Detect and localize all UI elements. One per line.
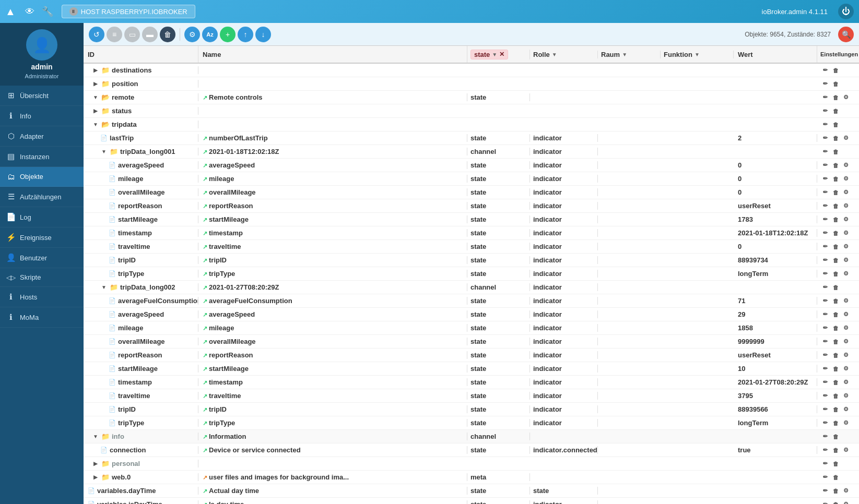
- edit-button[interactable]: ✏: [820, 93, 830, 102]
- edit-button[interactable]: ✏: [820, 337, 830, 346]
- edit-button[interactable]: ✏: [820, 242, 830, 251]
- upload-button[interactable]: ↑: [238, 27, 253, 42]
- search-button[interactable]: 🔍: [838, 27, 854, 42]
- settings-row-button[interactable]: ⚙: [841, 310, 851, 319]
- expand-button[interactable]: ▼: [92, 94, 99, 101]
- settings-row-button[interactable]: ⚙: [841, 269, 851, 279]
- download-button[interactable]: ↓: [255, 27, 271, 42]
- delete-row-button[interactable]: 🗑: [831, 486, 840, 496]
- sidebar-item-ubersicht[interactable]: ⊞ Übersicht: [0, 86, 84, 106]
- delete-row-button[interactable]: 🗑: [831, 459, 840, 469]
- col-header-funktion[interactable]: Funktion ▼: [661, 51, 734, 58]
- delete-row-button[interactable]: 🗑: [831, 283, 840, 292]
- delete-row-button[interactable]: 🗑: [831, 215, 840, 224]
- expand-button[interactable]: ▼: [92, 121, 99, 128]
- edit-button[interactable]: ✏: [820, 296, 830, 306]
- settings-row-button[interactable]: ⚙: [841, 500, 851, 505]
- edit-button[interactable]: ✏: [820, 188, 830, 197]
- delete-row-button[interactable]: 🗑: [831, 229, 840, 238]
- delete-row-button[interactable]: 🗑: [831, 79, 840, 89]
- edit-button[interactable]: ✏: [820, 147, 830, 157]
- edit-button[interactable]: ✏: [820, 229, 830, 238]
- delete-row-button[interactable]: 🗑: [831, 66, 840, 75]
- edit-button[interactable]: ✏: [820, 174, 830, 184]
- expand-button[interactable]: ▶: [92, 474, 99, 481]
- col-header-raum[interactable]: Raum ▼: [598, 51, 661, 58]
- edit-button[interactable]: ✏: [820, 283, 830, 292]
- sidebar-item-moma[interactable]: ℹ MoMa: [0, 307, 84, 328]
- settings-row-button[interactable]: ⚙: [841, 296, 851, 306]
- delete-row-button[interactable]: 🗑: [831, 93, 840, 102]
- state-filter-remove[interactable]: ✕: [499, 51, 504, 58]
- edit-button[interactable]: ✏: [820, 79, 830, 89]
- delete-row-button[interactable]: 🗑: [831, 174, 840, 184]
- delete-row-button[interactable]: 🗑: [831, 147, 840, 157]
- expand-button[interactable]: ▶: [92, 107, 99, 115]
- add-button[interactable]: +: [220, 27, 236, 42]
- delete-row-button[interactable]: 🗑: [831, 188, 840, 197]
- edit-button[interactable]: ✏: [820, 405, 830, 414]
- expand-button[interactable]: ▼: [92, 433, 99, 440]
- settings-row-button[interactable]: ⚙: [841, 391, 851, 401]
- settings-row-button[interactable]: ⚙: [841, 486, 851, 496]
- col-header-einstellungen[interactable]: Einstellungen ▼: [817, 51, 859, 57]
- edit-button[interactable]: ✏: [820, 459, 830, 469]
- delete-row-button[interactable]: 🗑: [831, 364, 840, 374]
- edit-button[interactable]: ✏: [820, 66, 830, 75]
- edit-button[interactable]: ✏: [820, 323, 830, 333]
- delete-row-button[interactable]: 🗑: [831, 269, 840, 279]
- delete-row-button[interactable]: 🗑: [831, 256, 840, 265]
- settings-row-button[interactable]: ⚙: [841, 201, 851, 211]
- expand-button[interactable]: ▼: [100, 148, 108, 155]
- settings-row-button[interactable]: ⚙: [841, 174, 851, 184]
- wrench-icon[interactable]: 🔧: [42, 6, 53, 17]
- folder-close-button[interactable]: ▬: [142, 27, 158, 42]
- expand-button[interactable]: ▶: [92, 67, 99, 74]
- col-header-state[interactable]: state ▼ ✕: [467, 50, 530, 59]
- edit-button[interactable]: ✏: [820, 269, 830, 279]
- col-header-rolle[interactable]: Rolle ▼: [530, 51, 598, 58]
- delete-row-button[interactable]: 🗑: [831, 405, 840, 414]
- edit-button[interactable]: ✏: [820, 473, 830, 482]
- edit-button[interactable]: ✏: [820, 161, 830, 170]
- settings-row-button[interactable]: ⚙: [841, 242, 851, 251]
- delete-row-button[interactable]: 🗑: [831, 351, 840, 360]
- edit-button[interactable]: ✏: [820, 391, 830, 401]
- power-button[interactable]: ⏻: [838, 4, 854, 19]
- sidebar-item-benutzer[interactable]: 👤 Benutzer: [0, 248, 84, 268]
- expand-button[interactable]: ▶: [92, 80, 99, 88]
- custom1-button[interactable]: ⚙: [184, 27, 200, 42]
- sidebar-item-instanzen[interactable]: ▤ Instanzen: [0, 147, 84, 167]
- settings-row-button[interactable]: ⚙: [841, 405, 851, 414]
- sidebar-item-skripte[interactable]: ◁▷ Skripte: [0, 268, 84, 287]
- settings-row-button[interactable]: ⚙: [841, 215, 851, 224]
- edit-button[interactable]: ✏: [820, 201, 830, 211]
- settings-row-button[interactable]: ⚙: [841, 229, 851, 238]
- host-button[interactable]: ⏸ HOST RASPBERRYPI.IOBROKER: [62, 5, 195, 18]
- edit-button[interactable]: ✏: [820, 215, 830, 224]
- edit-button[interactable]: ✏: [820, 351, 830, 360]
- custom2-button[interactable]: Az: [202, 27, 218, 42]
- sidebar-item-info[interactable]: ℹ Info: [0, 106, 84, 126]
- sidebar-item-hosts[interactable]: ℹ Hosts: [0, 287, 84, 307]
- settings-row-button[interactable]: ⚙: [841, 134, 851, 143]
- settings-row-button[interactable]: ⚙: [841, 446, 851, 455]
- delete-row-button[interactable]: 🗑: [831, 418, 840, 428]
- edit-button[interactable]: ✏: [820, 378, 830, 387]
- eye-icon[interactable]: 👁: [25, 6, 34, 17]
- delete-row-button[interactable]: 🗑: [831, 161, 840, 170]
- delete-row-button[interactable]: 🗑: [831, 473, 840, 482]
- expand-button[interactable]: ▶: [92, 460, 99, 467]
- delete-row-button[interactable]: 🗑: [831, 310, 840, 319]
- delete-row-button[interactable]: 🗑: [831, 432, 840, 441]
- delete-row-button[interactable]: 🗑: [831, 378, 840, 387]
- delete-row-button[interactable]: 🗑: [831, 391, 840, 401]
- delete-row-button[interactable]: 🗑: [831, 323, 840, 333]
- settings-row-button[interactable]: ⚙: [841, 378, 851, 387]
- settings-row-button[interactable]: ⚙: [841, 93, 851, 102]
- settings-row-button[interactable]: ⚙: [841, 323, 851, 333]
- settings-row-button[interactable]: ⚙: [841, 256, 851, 265]
- delete-row-button[interactable]: 🗑: [831, 120, 840, 129]
- delete-button[interactable]: 🗑: [160, 27, 175, 42]
- rolle-dropdown-icon[interactable]: ▼: [552, 52, 557, 57]
